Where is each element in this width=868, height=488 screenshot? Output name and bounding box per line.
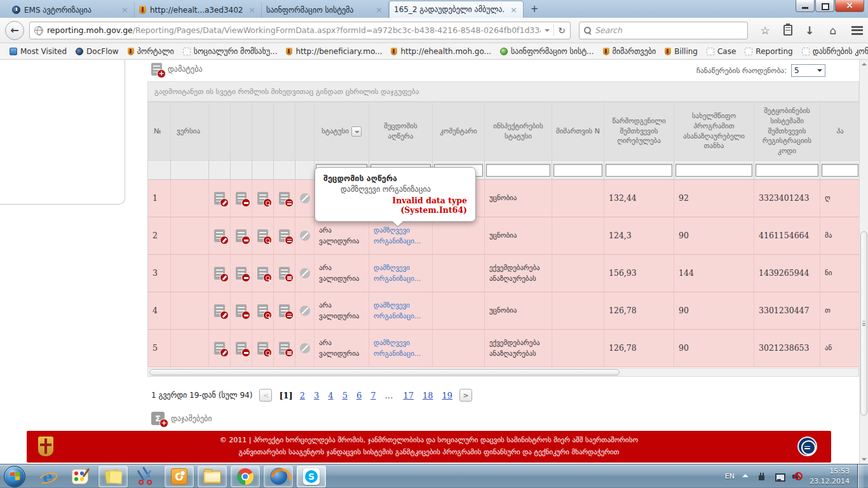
- view-record-button[interactable]: [257, 342, 268, 355]
- view-record-button[interactable]: [257, 304, 268, 317]
- bookmark-item-6[interactable]: http://ehealth.moh.go...: [386, 46, 496, 57]
- records-count-select[interactable]: 5: [791, 64, 825, 77]
- home-icon[interactable]: ⌂: [827, 24, 839, 37]
- view-record-button[interactable]: [257, 192, 268, 205]
- edit-record-button[interactable]: [214, 304, 225, 317]
- vertical-scrollbar-thumb[interactable]: [860, 231, 867, 416]
- record-details-button[interactable]: [279, 267, 290, 280]
- close-button[interactable]: [835, 0, 864, 12]
- start-button[interactable]: [4, 466, 25, 487]
- bookmark-star-icon[interactable]: ☆: [759, 24, 771, 37]
- horizontal-scrollbar-thumb[interactable]: [149, 369, 620, 376]
- delete-record-button[interactable]: [236, 342, 247, 355]
- reload-icon[interactable]: ↻: [558, 25, 566, 36]
- column-header-9[interactable]: კომენტარი: [433, 102, 485, 161]
- view-record-button[interactable]: [257, 267, 268, 280]
- minimize-button[interactable]: [796, 0, 815, 12]
- page-link-4[interactable]: 4: [328, 391, 333, 400]
- page-link-19[interactable]: 19: [442, 391, 453, 400]
- record-details-button[interactable]: [279, 342, 290, 355]
- search-box[interactable]: [579, 22, 748, 39]
- browser-tab-4[interactable]: 165_2 გადაუდებელი ამბულა...×: [389, 1, 524, 18]
- bookmark-item-11[interactable]: Reporting: [740, 46, 797, 57]
- edit-record-button[interactable]: [214, 192, 225, 205]
- column-filter-input[interactable]: [486, 164, 550, 177]
- url-bar[interactable]: reporting.moh.gov.ge/Reporting/Pages/Dat…: [29, 22, 571, 39]
- column-filter-input[interactable]: [553, 164, 602, 177]
- show-desktop-button[interactable]: [857, 464, 864, 488]
- column-filter-input[interactable]: [675, 164, 752, 177]
- record-details-button[interactable]: [279, 192, 290, 205]
- network-icon[interactable]: [774, 471, 784, 482]
- column-header-13[interactable]: სახელმწიფო პროგრამით ასანაზღაურებელი თან…: [674, 102, 754, 161]
- page-link-7[interactable]: 7: [370, 391, 376, 400]
- taskbar-internet-explorer[interactable]: e: [32, 466, 62, 487]
- delete-record-button[interactable]: [236, 267, 247, 280]
- taskbar-snipping-tool[interactable]: [132, 466, 161, 487]
- bookmark-item-10[interactable]: Case: [702, 46, 740, 57]
- browser-tab-3[interactable]: საინფორმაციო სისტემა×: [262, 2, 389, 18]
- back-button[interactable]: ←: [5, 21, 24, 40]
- tab-close-icon[interactable]: ×: [247, 6, 257, 14]
- column-header-11[interactable]: მიმართვის N: [552, 102, 604, 161]
- page-link-6[interactable]: 6: [356, 391, 362, 400]
- new-tab-button[interactable]: +: [526, 4, 543, 16]
- taskbar-sticky-notes[interactable]: [98, 466, 128, 487]
- taskbar-firefox[interactable]: [264, 466, 293, 487]
- scroll-down-arrow-icon[interactable]: [862, 458, 867, 461]
- bookmark-item-2[interactable]: DocFlow: [71, 46, 123, 57]
- edit-record-button[interactable]: [214, 267, 225, 280]
- page-link-18[interactable]: 18: [423, 391, 433, 400]
- column-header-7[interactable]: სტატუსი: [315, 102, 369, 161]
- hamburger-menu-icon[interactable]: [851, 26, 863, 35]
- language-indicator[interactable]: EN: [725, 472, 735, 480]
- column-header-10[interactable]: ინსპექტირების სტატუსი: [485, 102, 552, 161]
- tab-close-icon[interactable]: ×: [509, 6, 519, 14]
- bookmark-item-8[interactable]: მიმართვები: [599, 46, 661, 57]
- column-header-0[interactable]: №: [148, 102, 171, 161]
- hidden-icons-arrow-icon[interactable]: [742, 474, 749, 477]
- column-filter-input[interactable]: [606, 164, 672, 177]
- page-link-17[interactable]: 17: [403, 391, 414, 400]
- page-vertical-scrollbar[interactable]: [859, 60, 868, 464]
- bookmark-item-3[interactable]: პორტალი: [123, 46, 179, 57]
- column-header-15[interactable]: პა: [820, 102, 860, 161]
- page-link-5[interactable]: 5: [342, 391, 348, 400]
- add-record-button[interactable]: დამატება: [151, 63, 203, 76]
- page-link-3[interactable]: 3: [314, 391, 319, 400]
- column-header-12[interactable]: წარმოდგენილი შემთხვევის ღირებულება: [604, 102, 674, 161]
- record-details-button[interactable]: [279, 229, 290, 242]
- url-dropdown-icon[interactable]: [545, 29, 550, 34]
- error-description-link-row3[interactable]: დამზღვევი ორგანიზაცი...: [369, 255, 433, 292]
- delete-record-button[interactable]: [236, 192, 247, 205]
- taskbar-paint[interactable]: [65, 466, 95, 487]
- clock[interactable]: 15:53 23.12.2014: [810, 466, 850, 487]
- power-plug-icon[interactable]: [756, 471, 766, 482]
- column-header-8[interactable]: შეცდომის აღწერა: [369, 102, 433, 161]
- column-filter-input[interactable]: [756, 164, 818, 177]
- column-header-1[interactable]: ვერსია: [171, 102, 209, 161]
- error-description-link-row5[interactable]: დამზღვევი ორგანიზაცი...: [369, 330, 433, 367]
- group-by-drop-zone[interactable]: გადმოიტანეთ ის სვეტი რომლის მიხედვითაც გ…: [147, 81, 859, 102]
- taskbar-outlook[interactable]: O: [165, 466, 194, 487]
- taskbar-chrome[interactable]: [231, 466, 260, 487]
- browser-tab-2[interactable]: http://ehealt...a3ed3402d867×: [135, 2, 262, 18]
- delete-record-button[interactable]: [236, 304, 247, 317]
- bookmark-item-9[interactable]: Billing: [660, 46, 702, 57]
- search-input[interactable]: [595, 25, 743, 35]
- edit-record-button[interactable]: [214, 342, 225, 355]
- grid-horizontal-scrollbar[interactable]: [147, 368, 859, 377]
- volume-muted-icon[interactable]: [792, 471, 802, 482]
- previous-page-button[interactable]: <: [259, 389, 272, 402]
- taskbar-explorer[interactable]: [198, 466, 227, 487]
- bookmark-item-5[interactable]: http://beneficiary.mo...: [281, 46, 386, 57]
- taskbar-skype[interactable]: S: [297, 466, 326, 487]
- next-page-button[interactable]: >: [459, 389, 472, 402]
- browser-tab-1[interactable]: EMS ავტორიზაცია×: [8, 2, 135, 18]
- bookmark-item-7[interactable]: საინფორმაციო სისტ...: [496, 46, 598, 57]
- downloads-icon[interactable]: ↓: [803, 24, 816, 37]
- column-header-14[interactable]: შეტყობინების სისტემაში შემთხვევის რეგისტ…: [754, 102, 820, 161]
- totals-button[interactable]: Σ დაჯამებები: [151, 412, 212, 425]
- delete-record-button[interactable]: [236, 229, 247, 242]
- bookmark-item-1[interactable]: Most Visited: [5, 46, 71, 57]
